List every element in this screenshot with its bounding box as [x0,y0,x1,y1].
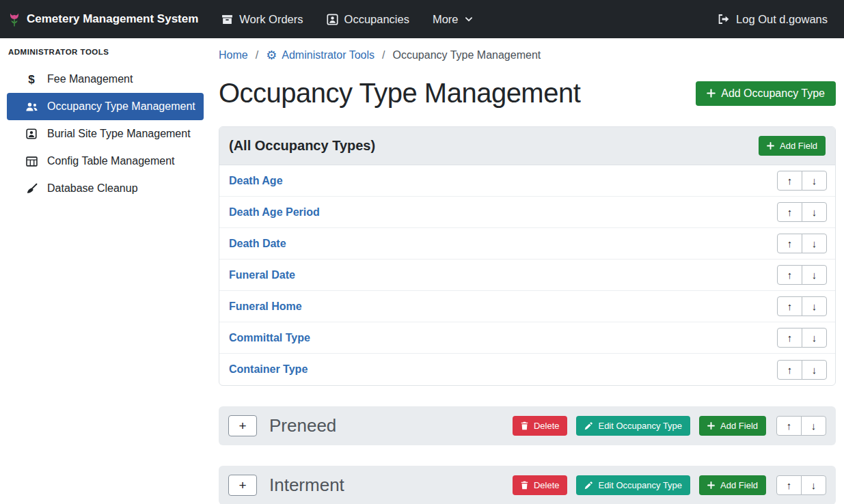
add-field-button[interactable]: Add Field [699,416,766,436]
move-up-button[interactable]: ↑ [777,265,802,285]
field-link[interactable]: Funeral Home [229,300,302,313]
page-layout: Administrator Tools $ Fee Management Occ… [0,38,844,504]
breadcrumb-separator: / [256,49,258,61]
sidebar-heading: Administrator Tools [0,48,210,56]
tulip-logo-icon [8,12,21,27]
sidebar-item-occupancy-type-management[interactable]: Occupancy Type Management [7,93,204,120]
field-row-death-age: Death Age ↑ ↓ [219,165,835,197]
nav-more-label: More [433,13,459,26]
nav-work-orders[interactable]: Work Orders [221,13,303,26]
reorder-buttons: ↑ ↓ [776,416,826,436]
move-down-button[interactable]: ↓ [801,416,826,436]
field-link[interactable]: Committal Type [229,332,310,344]
app-brand[interactable]: Cemetery Management System [8,12,198,27]
add-field-label: Add Field [720,480,758,490]
edit-occupancy-type-button[interactable]: Edit Occupancy Type [576,416,690,436]
logout-link[interactable]: Log Out d.gowans [718,13,828,26]
move-up-button[interactable]: ↑ [777,296,802,316]
field-link[interactable]: Death Date [229,238,286,250]
move-down-button[interactable]: ↓ [802,296,827,316]
gear-icon: ⚙ [266,49,277,61]
main-content: Home / ⚙ Administrator Tools / Occupancy… [210,38,844,504]
field-row-container-type: Container Type ↑ ↓ [219,354,835,385]
delete-label: Delete [534,480,560,490]
reorder-buttons: ↑ ↓ [777,202,827,222]
delete-button[interactable]: Delete [513,416,568,436]
expand-button[interactable]: + [228,415,257,436]
occupancy-type-title: Interment [269,475,500,496]
trash-icon [521,421,528,430]
field-link[interactable]: Death Age Period [229,206,320,219]
move-down-button[interactable]: ↓ [802,265,827,285]
chevron-down-icon [465,15,473,23]
add-field-label: Add Field [720,421,758,431]
edit-occupancy-type-button[interactable]: Edit Occupancy Type [576,475,690,495]
plus-icon [767,142,774,150]
breadcrumb-admin-tools-link[interactable]: ⚙ Administrator Tools [266,49,375,61]
move-up-button[interactable]: ↑ [776,475,802,495]
app-title: Cemetery Management System [27,12,198,26]
delete-label: Delete [534,421,560,431]
occupancy-type-card-preneed: + Preneed Delete [219,406,836,445]
expand-button[interactable]: + [228,475,257,496]
move-down-button[interactable]: ↓ [802,202,827,222]
occupancy-type-title: Preneed [269,415,500,436]
reorder-buttons: ↑ ↓ [777,296,827,316]
broom-icon [25,183,38,194]
breadcrumb-admin-tools-label: Administrator Tools [282,49,375,61]
page-title: Occupancy Type Management [219,78,580,109]
sidebar-item-database-cleanup[interactable]: Database Cleanup [0,175,210,202]
move-up-button[interactable]: ↑ [777,202,802,222]
move-down-button[interactable]: ↓ [802,234,827,253]
dollar-icon: $ [25,74,38,85]
reorder-buttons: ↑ ↓ [776,475,826,495]
portrait-icon [25,128,38,139]
logout-icon [718,14,730,25]
move-up-button[interactable]: ↑ [777,328,802,348]
sidebar-item-burial-site-type-management[interactable]: Burial Site Type Management [0,120,210,148]
field-row-committal-type: Committal Type ↑ ↓ [219,322,835,354]
breadcrumb-home-link[interactable]: Home [219,49,248,61]
occupancy-type-card-interment: + Interment Delete [219,466,836,504]
move-down-button[interactable]: ↓ [801,475,826,495]
trash-icon [521,481,528,490]
table-icon [25,156,38,167]
field-link[interactable]: Funeral Date [229,269,295,281]
move-down-button[interactable]: ↓ [802,360,827,380]
reorder-buttons: ↑ ↓ [777,360,827,380]
page-title-row: Occupancy Type Management Add Occupancy … [219,78,836,109]
plus-icon [707,422,715,430]
move-up-button[interactable]: ↑ [777,234,802,253]
breadcrumb-current: Occupancy Type Management [393,49,541,61]
edit-label: Edit Occupancy Type [598,480,682,490]
users-icon [25,102,38,112]
all-occupancy-types-title: (All Occupancy Types) [229,138,375,154]
top-navbar: Cemetery Management System Work Orders O… [0,0,844,38]
all-occupancy-types-card: (All Occupancy Types) Add Field Death Ag… [219,126,836,386]
add-field-button[interactable]: Add Field [699,475,766,495]
delete-button[interactable]: Delete [513,475,568,495]
move-up-button[interactable]: ↑ [776,416,802,436]
sidebar-item-config-table-management[interactable]: Config Table Management [0,148,210,175]
main-nav: Work Orders Occupancies More [221,13,472,26]
field-link[interactable]: Death Age [229,175,283,187]
plus-icon [707,481,715,489]
nav-occupancies[interactable]: Occupancies [327,13,409,26]
nav-more[interactable]: More [433,13,473,26]
person-portrait-icon [327,14,338,25]
sidebar-item-fee-management[interactable]: $ Fee Management [0,66,210,93]
field-link[interactable]: Container Type [229,363,308,376]
field-row-funeral-home: Funeral Home ↑ ↓ [219,291,835,322]
add-occupancy-type-button[interactable]: Add Occupancy Type [696,81,836,106]
add-field-button[interactable]: Add Field [759,136,826,156]
pencil-icon [584,422,593,430]
sidebar-item-label: Occupancy Type Management [47,100,195,113]
all-occupancy-types-header: (All Occupancy Types) Add Field [219,127,835,165]
move-up-button[interactable]: ↑ [777,360,802,380]
pencil-icon [584,481,593,490]
move-down-button[interactable]: ↓ [802,328,827,348]
box-archive-icon [221,14,233,25]
logout-label: Log Out d.gowans [736,13,828,26]
move-up-button[interactable]: ↑ [777,171,802,191]
move-down-button[interactable]: ↓ [802,171,827,191]
